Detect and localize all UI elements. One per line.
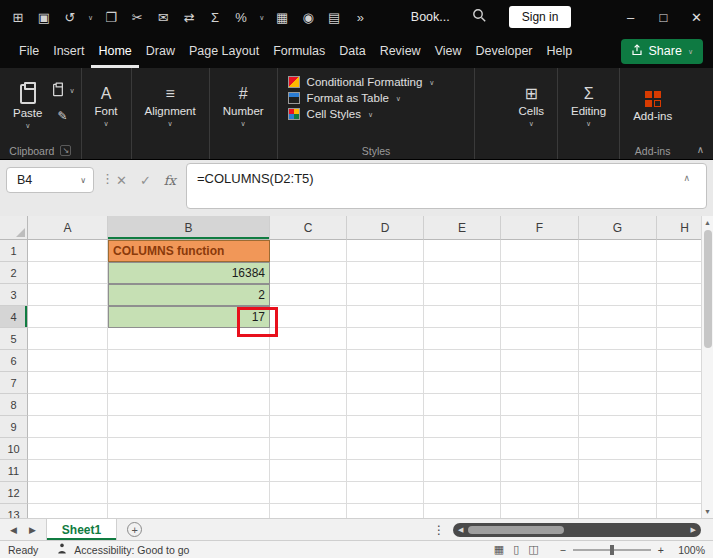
tab-developer[interactable]: Developer xyxy=(469,34,540,68)
cell-A5[interactable] xyxy=(28,328,108,350)
cell-E12[interactable] xyxy=(424,482,501,504)
cell-A8[interactable] xyxy=(28,394,108,416)
sheet-prev-icon[interactable]: ◀ xyxy=(10,525,17,535)
cell-E13[interactable] xyxy=(424,504,501,518)
cell-A3[interactable] xyxy=(28,284,108,306)
cell-B10[interactable] xyxy=(108,438,270,460)
row-header-8[interactable]: 8 xyxy=(0,394,28,416)
undo-icon[interactable]: ↺ xyxy=(62,9,78,25)
percent-style-icon[interactable]: % xyxy=(233,9,249,25)
table-icon[interactable]: ▤ xyxy=(326,9,342,25)
paste-special-button[interactable]: ∨ xyxy=(50,80,74,100)
cell-F4[interactable] xyxy=(501,306,579,328)
zoom-in-icon[interactable]: + xyxy=(658,544,664,556)
zoom-level[interactable]: 100% xyxy=(671,544,705,556)
cell-B7[interactable] xyxy=(108,372,270,394)
vertical-scroll-thumb[interactable] xyxy=(704,230,712,348)
row-header-13[interactable]: 13 xyxy=(0,504,28,518)
insert-function-icon[interactable]: fx xyxy=(164,173,176,188)
cell-G10[interactable] xyxy=(579,438,657,460)
cell-B8[interactable] xyxy=(108,394,270,416)
cell-A4[interactable] xyxy=(28,306,108,328)
cell-G12[interactable] xyxy=(579,482,657,504)
cell-C11[interactable] xyxy=(270,460,347,482)
cell-D8[interactable] xyxy=(347,394,424,416)
mail-icon[interactable]: ✉ xyxy=(155,9,171,25)
cell-C10[interactable] xyxy=(270,438,347,460)
vertical-scrollbar[interactable]: ▲ ▼ xyxy=(701,216,713,518)
tab-review[interactable]: Review xyxy=(373,34,428,68)
row-header-11[interactable]: 11 xyxy=(0,460,28,482)
cell-F3[interactable] xyxy=(501,284,579,306)
addins-button[interactable]: Add-ins xyxy=(626,71,679,142)
column-header-D[interactable]: D xyxy=(347,216,424,240)
sign-in-button[interactable]: Sign in xyxy=(509,6,572,28)
tab-page-layout[interactable]: Page Layout xyxy=(182,34,266,68)
cell-C2[interactable] xyxy=(270,262,347,284)
tab-insert[interactable]: Insert xyxy=(46,34,91,68)
accessibility-status[interactable]: Accessibility: Good to go xyxy=(74,544,189,556)
cell-E11[interactable] xyxy=(424,460,501,482)
qat-overflow-icon[interactable]: » xyxy=(352,9,368,25)
search-icon[interactable] xyxy=(472,8,487,27)
enter-check-icon[interactable]: ✓ xyxy=(140,173,151,188)
column-header-B[interactable]: B xyxy=(108,216,270,240)
sheet-next-icon[interactable]: ▶ xyxy=(29,525,36,535)
camera-icon[interactable]: ◉ xyxy=(300,9,316,25)
row-header-2[interactable]: 2 xyxy=(0,262,28,284)
cell-E10[interactable] xyxy=(424,438,501,460)
cell-F10[interactable] xyxy=(501,438,579,460)
cell-D6[interactable] xyxy=(347,350,424,372)
cell-A2[interactable] xyxy=(28,262,108,284)
row-header-1[interactable]: 1 xyxy=(0,240,28,262)
hscroll-left-icon[interactable]: ◀ xyxy=(458,526,463,534)
cell-A9[interactable] xyxy=(28,416,108,438)
cell-B1[interactable]: COLUMNS function xyxy=(108,240,270,262)
row-header-10[interactable]: 10 xyxy=(0,438,28,460)
cell-G13[interactable] xyxy=(579,504,657,518)
column-header-A[interactable]: A xyxy=(28,216,108,240)
cell-D10[interactable] xyxy=(347,438,424,460)
workbook-title[interactable]: Book... xyxy=(411,10,450,24)
collapse-ribbon-icon[interactable]: ∧ xyxy=(697,144,704,155)
cut-icon[interactable]: ✂ xyxy=(129,9,145,25)
normal-view-icon[interactable]: ▦ xyxy=(494,543,504,556)
cell-A10[interactable] xyxy=(28,438,108,460)
column-header-G[interactable]: G xyxy=(579,216,657,240)
font-menu-button[interactable]: A Font ∨ xyxy=(88,71,125,142)
cell-E5[interactable] xyxy=(424,328,501,350)
scroll-up-icon[interactable]: ▲ xyxy=(704,219,711,226)
save-icon[interactable]: ▣ xyxy=(36,9,52,25)
select-all-corner[interactable] xyxy=(0,216,28,240)
zoom-slider[interactable] xyxy=(573,549,651,551)
cell-B2[interactable]: 16384 xyxy=(108,262,270,284)
cell-B3[interactable]: 2 xyxy=(108,284,270,306)
row-header-6[interactable]: 6 xyxy=(0,350,28,372)
paste-button[interactable]: Paste ∨ xyxy=(6,71,49,142)
cell-G8[interactable] xyxy=(579,394,657,416)
maximize-button[interactable]: □ xyxy=(647,0,680,34)
cell-G11[interactable] xyxy=(579,460,657,482)
name-box-caret-icon[interactable]: ∨ xyxy=(80,176,93,185)
row-header-5[interactable]: 5 xyxy=(0,328,28,350)
scroll-down-icon[interactable]: ▼ xyxy=(704,508,711,515)
cell-G2[interactable] xyxy=(579,262,657,284)
cell-E7[interactable] xyxy=(424,372,501,394)
row-header-7[interactable]: 7 xyxy=(0,372,28,394)
cell-C3[interactable] xyxy=(270,284,347,306)
cell-C1[interactable] xyxy=(270,240,347,262)
column-header-E[interactable]: E xyxy=(424,216,501,240)
sheet-tab-sheet1[interactable]: Sheet1 xyxy=(46,519,117,540)
alignment-menu-button[interactable]: ≡ Alignment ∨ xyxy=(138,71,203,142)
page-layout-view-icon[interactable]: ▯ xyxy=(513,543,519,556)
cell-F13[interactable] xyxy=(501,504,579,518)
cell-F7[interactable] xyxy=(501,372,579,394)
undo-caret-icon[interactable]: ∨ xyxy=(88,14,93,21)
formula-input[interactable]: =COLUMNS(D2:T5) ∧ xyxy=(186,163,707,209)
minimize-button[interactable]: – xyxy=(614,0,647,34)
cell-D3[interactable] xyxy=(347,284,424,306)
cell-G7[interactable] xyxy=(579,372,657,394)
cell-F12[interactable] xyxy=(501,482,579,504)
conditional-formatting-button[interactable]: Conditional Formatting ∨ xyxy=(288,76,435,88)
formula-bar-expand-icon[interactable]: ∧ xyxy=(683,173,690,183)
